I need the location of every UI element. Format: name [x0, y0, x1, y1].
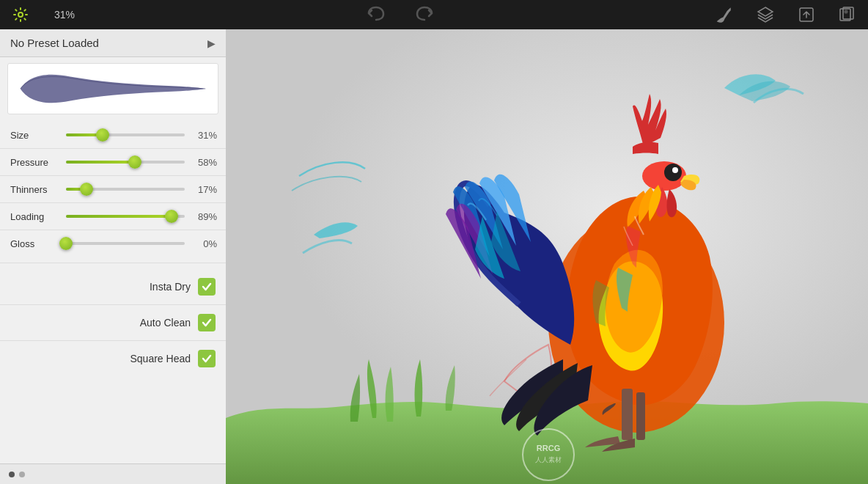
toolbar-right: [711, 1, 861, 28]
app-container: 31%: [0, 0, 868, 484]
preset-arrow-icon[interactable]: ▶: [207, 37, 216, 49]
thinners-value: 17%: [191, 184, 217, 195]
loading-value: 89%: [191, 211, 217, 222]
auto-clean-row: Auto Clean: [0, 307, 226, 339]
gallery-button[interactable]: [834, 1, 861, 28]
dot-2: [19, 472, 25, 477]
pressure-slider[interactable]: [66, 155, 185, 169]
size-slider[interactable]: [66, 128, 185, 142]
settings-button[interactable]: [7, 1, 34, 28]
square-head-row: Square Head: [0, 342, 226, 375]
gloss-value: 0%: [191, 238, 217, 249]
svg-text:RRCG: RRCG: [537, 444, 560, 452]
svg-point-9: [664, 164, 682, 181]
square-head-toggle[interactable]: [198, 350, 216, 367]
loading-slider-row: Loading 89%: [0, 205, 226, 228]
loading-slider[interactable]: [66, 209, 185, 224]
insta-dry-row: Insta Dry: [0, 271, 226, 303]
preset-header[interactable]: No Preset Loaded ▶: [0, 29, 226, 57]
svg-rect-12: [636, 392, 645, 440]
pressure-slider-row: Pressure 58%: [0, 150, 226, 174]
svg-text:人人素材: 人人素材: [535, 456, 562, 463]
brush-tool-button[interactable]: [711, 1, 738, 28]
zoom-percent: 31%: [54, 9, 75, 21]
insta-dry-toggle[interactable]: [198, 278, 216, 296]
gloss-label: Gloss: [10, 238, 60, 249]
loading-label: Loading: [10, 211, 60, 222]
bottom-bar: [0, 463, 226, 484]
toggle-section: Insta Dry Auto Clean: [0, 268, 226, 378]
pressure-value: 58%: [191, 157, 217, 168]
dot-1: [9, 472, 15, 477]
auto-clean-label: Auto Clean: [10, 317, 191, 329]
svg-rect-4: [845, 10, 847, 13]
auto-clean-toggle[interactable]: [198, 314, 216, 331]
pressure-label: Pressure: [10, 157, 60, 168]
canvas-area[interactable]: RRCG 人人素材: [226, 29, 868, 484]
size-label: Size: [10, 130, 60, 141]
thinners-slider-row: Thinners 17%: [0, 177, 226, 201]
svg-point-10: [672, 167, 678, 173]
redo-button[interactable]: [415, 5, 434, 25]
undo-button[interactable]: [367, 5, 386, 25]
gloss-slider[interactable]: [66, 236, 185, 251]
thinners-slider[interactable]: [66, 182, 185, 197]
svg-rect-11: [622, 389, 633, 440]
thinners-label: Thinners: [10, 184, 60, 195]
preset-name: No Preset Loaded: [10, 37, 99, 49]
toolbar-left: 31%: [7, 1, 89, 28]
size-slider-row: Size 31%: [0, 123, 226, 147]
insta-dry-label: Insta Dry: [10, 281, 191, 293]
size-value: 31%: [191, 130, 217, 141]
brush-preview: [7, 63, 218, 114]
toolbar-center: [89, 5, 711, 25]
main-content: No Preset Loaded ▶ Size: [0, 29, 868, 484]
gloss-slider-row: Gloss 0%: [0, 232, 226, 255]
svg-point-0: [18, 12, 23, 17]
export-button[interactable]: [793, 1, 820, 28]
toolbar: 31%: [0, 0, 868, 29]
sliders-section: Size 31% Pressure: [0, 120, 226, 258]
left-panel: No Preset Loaded ▶ Size: [0, 29, 226, 484]
layers-button[interactable]: [752, 1, 779, 28]
square-head-label: Square Head: [10, 353, 191, 364]
